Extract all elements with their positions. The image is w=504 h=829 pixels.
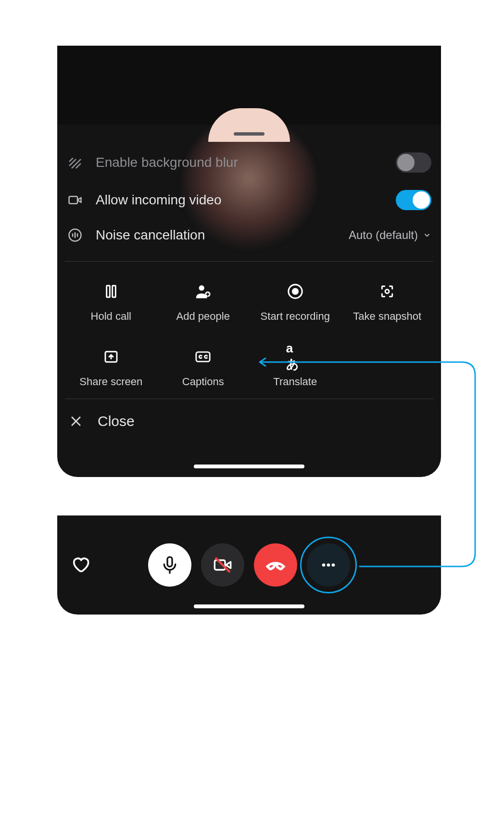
video-icon	[67, 193, 83, 207]
svg-rect-17	[196, 352, 210, 362]
translate-icon: aあ	[286, 348, 304, 366]
close-button[interactable]: Close	[68, 413, 135, 429]
action-label: Add people	[176, 310, 230, 323]
action-label: Share screen	[79, 376, 142, 388]
svg-point-14	[292, 288, 299, 295]
action-grid: Hold call Add people Start recording Tak…	[65, 272, 433, 388]
divider	[65, 261, 433, 262]
add-person-icon	[194, 282, 212, 301]
action-share-screen[interactable]: Share screen	[65, 337, 157, 388]
react-button[interactable]	[71, 554, 92, 576]
svg-line-3	[76, 164, 81, 168]
blur-icon	[67, 155, 83, 170]
microphone-button[interactable]	[148, 543, 191, 587]
action-label: Take snapshot	[353, 310, 421, 323]
action-label: Captions	[182, 376, 224, 388]
action-start-recording[interactable]: Start recording	[249, 272, 341, 323]
svg-line-2	[70, 158, 73, 161]
camera-button[interactable]	[201, 543, 244, 587]
noise-cancellation-value[interactable]: Auto (default)	[349, 228, 431, 242]
end-call-icon	[264, 553, 287, 577]
svg-rect-10	[112, 286, 115, 297]
action-label: Start recording	[261, 310, 330, 323]
svg-rect-9	[106, 286, 110, 297]
option-label: Enable background blur	[96, 155, 383, 170]
call-control-bar	[57, 515, 441, 615]
close-label: Close	[98, 413, 135, 429]
action-take-snapshot[interactable]: Take snapshot	[341, 272, 434, 323]
divider	[65, 399, 433, 399]
close-icon	[68, 413, 84, 429]
snapshot-icon	[378, 282, 396, 301]
noise-cancellation-icon	[67, 228, 83, 242]
end-call-button[interactable]	[254, 543, 297, 587]
option-noise-cancellation[interactable]: Noise cancellation Auto (default)	[67, 227, 431, 243]
action-hold-call[interactable]: Hold call	[65, 272, 157, 323]
svg-point-11	[199, 285, 204, 290]
microphone-icon	[160, 555, 179, 575]
home-indicator	[194, 465, 304, 468]
action-label: Hold call	[91, 310, 131, 323]
svg-point-15	[385, 289, 389, 293]
option-label: Allow incoming video	[96, 192, 383, 208]
pause-icon	[102, 282, 120, 301]
toggle-background-blur[interactable]	[396, 152, 431, 173]
svg-rect-4	[69, 197, 78, 204]
highlight-ring	[300, 537, 357, 593]
option-incoming-video[interactable]: Allow incoming video	[67, 190, 431, 210]
chevron-down-icon	[423, 231, 431, 239]
option-background-blur[interactable]: Enable background blur	[67, 152, 431, 173]
toggle-incoming-video[interactable]	[396, 190, 431, 210]
action-captions[interactable]: Captions	[157, 337, 250, 388]
action-add-people[interactable]: Add people	[157, 272, 250, 323]
home-indicator	[194, 604, 304, 608]
share-screen-icon	[102, 348, 120, 366]
sheet-drag-handle[interactable]	[234, 132, 265, 136]
action-label: Translate	[273, 376, 317, 388]
svg-line-1	[72, 160, 81, 168]
call-options-sheet: Enable background blur Allow incoming vi…	[57, 46, 441, 477]
captions-icon	[194, 348, 212, 366]
more-options-button[interactable]	[307, 543, 350, 587]
heart-icon	[71, 554, 90, 574]
record-icon	[286, 282, 304, 301]
camera-off-icon	[213, 555, 232, 575]
action-translate[interactable]: aあ Translate	[249, 337, 341, 388]
svg-rect-20	[167, 557, 172, 566]
value-text: Auto (default)	[349, 228, 418, 242]
option-label: Noise cancellation	[96, 227, 336, 243]
